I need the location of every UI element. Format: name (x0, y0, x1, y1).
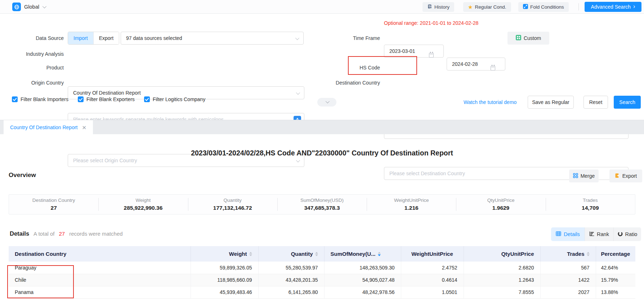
cell-trades: 567 (540, 262, 596, 274)
col-quantity[interactable]: Quantity (258, 246, 324, 262)
table-row[interactable]: Paraguay 59,899,326.05 55,280,539.97 148… (9, 262, 635, 274)
view-ratio-button[interactable]: Ratio (613, 227, 641, 241)
col-sum-of-money[interactable]: SumOfMoney(U... (324, 246, 401, 262)
save-as-regular-button[interactable]: Save as Regular (528, 96, 574, 109)
merge-button[interactable]: Merge (569, 169, 599, 182)
cell-sum: 48,242,978.56 (324, 286, 401, 298)
details-head: Details A total of 27 records were match… (10, 230, 123, 237)
filter-blank-importers-checkbox[interactable]: Filter Blank Importers (12, 96, 68, 102)
date-end-input[interactable] (452, 58, 495, 70)
tutorial-link[interactable]: Watch the tutorial demo (464, 99, 516, 105)
date-start-input[interactable] (389, 45, 434, 57)
filter-blank-exporters-checkbox[interactable]: Filter Blank Exporters (78, 96, 135, 102)
filter-logitics-company-checkbox[interactable]: Filter Logitics Company (144, 96, 205, 102)
sort-icon[interactable] (249, 252, 252, 256)
sort-desc-active-icon[interactable] (378, 252, 381, 256)
cell-qup: 7.8555 (464, 286, 540, 298)
table-row[interactable]: Chile 118,985,660.09 43,428,201.35 54,90… (9, 274, 635, 286)
stat-value: 347,685,378.3 (304, 205, 340, 211)
view-switcher: Details Rank Ratio (551, 227, 641, 241)
fold-conditions-label: Fold Conditions (530, 4, 564, 10)
view-details-button[interactable]: Details (551, 227, 585, 241)
stat-label: Weight (136, 198, 151, 203)
reset-button[interactable]: Reset (583, 96, 608, 109)
checkbox-checked-icon (12, 96, 18, 102)
date-start-field[interactable] (384, 45, 444, 58)
region-label: Global (24, 4, 39, 10)
fold-conditions-button[interactable]: Fold Conditions (518, 2, 569, 12)
overview-heading: Overview (9, 172, 36, 179)
calendar-icon (491, 66, 495, 71)
cell-wup: 1.0501 (401, 286, 464, 298)
collapse-form-button[interactable] (317, 98, 336, 107)
table-row[interactable]: Panama 45,939,483.46 6,141,265.80 48,242… (9, 286, 635, 298)
data-source-toggle: Import Export (68, 32, 119, 45)
tab-strip: Country Of Destination Report (0, 120, 644, 134)
stat-label: Quantity (224, 198, 242, 203)
stat-value: 27 (51, 205, 57, 211)
checkbox-label: Filter Logitics Company (153, 96, 205, 102)
column-label: Percentage (601, 251, 630, 257)
custom-icon (516, 35, 521, 41)
ratio-icon (618, 231, 623, 237)
date-end-field[interactable] (447, 58, 505, 71)
checkbox-checked-icon (78, 96, 84, 102)
globe-icon (12, 3, 21, 11)
column-label: Quantity (291, 251, 313, 257)
cell-quantity: 43,428,201.35 (258, 274, 324, 286)
column-label: WeightUnitPrice (411, 251, 453, 257)
stat-label: SumOfMoney(USD) (300, 198, 344, 203)
regular-cond-button[interactable]: Regular Cond. (463, 2, 511, 12)
close-icon[interactable] (82, 125, 86, 130)
custom-button[interactable]: Custom (507, 32, 549, 45)
cell-weight: 118,985,660.09 (191, 274, 258, 286)
col-destination-country: Destination Country (9, 246, 191, 262)
data-sources-select[interactable]: 97 data sources selected (121, 32, 304, 45)
export-button[interactable]: Export (609, 169, 642, 182)
sort-icon[interactable] (587, 252, 590, 256)
cell-country: Panama (9, 286, 191, 298)
view-label: Details (564, 231, 580, 237)
fold-icon (523, 4, 528, 10)
stat-trades: Trades 14,709 (546, 195, 635, 214)
import-toggle[interactable]: Import (68, 32, 93, 44)
export-label: Export (622, 173, 637, 179)
stat-value: 1.216 (404, 205, 419, 211)
view-label: Rank (597, 231, 609, 237)
table-view-icon (556, 231, 561, 237)
report-title: 2023/03/01-2024/02/28,HS Code AND"220300… (0, 149, 644, 157)
cell-sum: 54,905,027.48 (324, 274, 401, 286)
destination-country-label: Destination Country (331, 80, 380, 86)
hs-code-label: HS Code (331, 65, 380, 71)
view-rank-button[interactable]: Rank (585, 227, 613, 241)
details-total-suffix: records were matched (69, 231, 122, 237)
checkbox-label: Filter Blank Importers (21, 96, 68, 102)
column-label: Trades (567, 251, 584, 257)
stat-value: 177,132,146.72 (213, 205, 252, 211)
tab-country-of-destination-report[interactable]: Country Of Destination Report (4, 120, 93, 135)
stat-value: 14,709 (582, 205, 599, 211)
stat-value: 285,922,990.36 (124, 205, 163, 211)
export-toggle[interactable]: Export (93, 32, 119, 44)
search-form: Optional range: 2021-01-01 to 2024-02-28… (0, 0, 644, 104)
topbar-divider (578, 3, 579, 10)
stat-weight: Weight 285,922,990.36 (98, 195, 188, 214)
product-label: Product (4, 65, 64, 71)
history-button[interactable]: History (422, 2, 454, 12)
stat-destination-country: Destination Country 27 (9, 195, 98, 214)
search-button[interactable]: Search (614, 96, 641, 109)
stat-sum-of-money: SumOfMoney(USD) 347,685,378.3 (277, 195, 367, 214)
merge-icon (573, 173, 578, 179)
chevron-down-icon (295, 36, 299, 40)
cell-wup: 2.4752 (401, 262, 464, 274)
chevron-down-icon (296, 158, 300, 162)
sort-icon[interactable] (315, 252, 318, 256)
col-trades[interactable]: Trades (540, 246, 596, 262)
col-percentage: Percentage (596, 246, 635, 262)
advanced-search-button[interactable]: Advanced Search (585, 2, 641, 12)
col-weight[interactable]: Weight (191, 246, 258, 262)
region-selector[interactable]: Global (12, 3, 45, 11)
chevron-down-icon (325, 99, 329, 103)
cell-pct: 15.79% (596, 274, 635, 286)
col-weight-unit-price: WeightUnitPrice (401, 246, 464, 262)
